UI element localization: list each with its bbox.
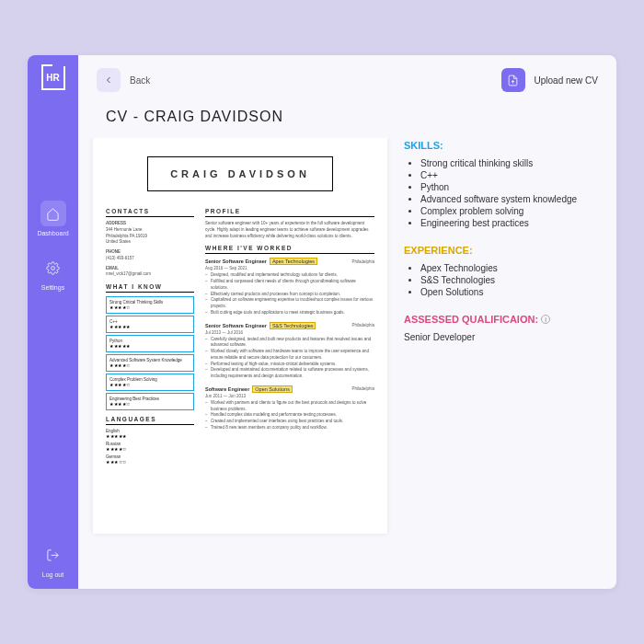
upload-label: Upload new CV: [535, 75, 598, 86]
list-item: Engineering best practices: [420, 218, 594, 228]
resume-skill-item: Strong Critical Thinking Skills★★★★☆: [106, 296, 194, 314]
list-item: Strong critical thinking skills: [420, 158, 594, 168]
parsed-panel: SKILLS: Strong critical thinking skillsC…: [404, 138, 594, 570]
panel-skills-list: Strong critical thinking skillsC++Python…: [404, 158, 594, 228]
panel-qual-value: Senior Developer: [404, 332, 594, 342]
panel-exp-heading: EXPERIENCE:: [404, 245, 594, 256]
resume-job: Software Engineer Open SolutionsPhiladel…: [205, 385, 374, 431]
logo: HR: [41, 66, 65, 90]
svg-point-0: [52, 266, 55, 270]
sidebar-item-label: Log out: [42, 571, 63, 578]
resume-lang-item: Russian★★★★☆: [106, 442, 194, 452]
panel-skills-heading: SKILLS:: [404, 140, 594, 151]
resume-skill-item: C++★★★★★: [106, 316, 194, 333]
resume-lang-item: German★★★☆☆: [106, 454, 194, 465]
list-item: Apex Technologies: [420, 263, 594, 273]
nav: Dashboard Settings: [37, 201, 68, 291]
upload-button[interactable]: [501, 68, 525, 92]
sidebar-item-dashboard[interactable]: Dashboard: [37, 201, 68, 236]
main: Back Upload new CV CV - CRAIG DAVIDSON C…: [78, 55, 616, 589]
sidebar-item-label: Dashboard: [37, 230, 68, 236]
sidebar: HR Dashboard Settings Log out: [28, 55, 78, 589]
app-window: HR Dashboard Settings Log out Back Uploa…: [28, 55, 616, 589]
resume-profile-text: Senior software engineer with 10+ years …: [205, 221, 374, 239]
back-button[interactable]: [97, 68, 121, 92]
back-label: Back: [130, 75, 150, 86]
resume-contacts-heading: CONTACTS: [106, 208, 194, 217]
document-upload-icon: [507, 75, 519, 86]
resume-lang-item: English★★★★★: [106, 429, 194, 439]
panel-exp-list: Apex TechnologiesS&S TechnologiesOpen So…: [404, 263, 594, 297]
gear-icon: [40, 255, 66, 281]
home-icon: [40, 201, 66, 226]
resume-skills-heading: WHAT I KNOW: [106, 283, 194, 293]
logout-icon: [40, 542, 66, 568]
sidebar-item-label: Settings: [41, 284, 64, 291]
resume-skill-item: Advanced Software System Knowledge★★★★☆: [106, 354, 194, 372]
company-highlight: Apex Technologies: [270, 258, 317, 265]
topbar: Back Upload new CV: [78, 55, 616, 105]
list-item: Complex problem solving: [420, 206, 594, 216]
resume-preview[interactable]: CRAIG DAVIDSON CONTACTS ADDRESS344 Hermo…: [93, 138, 387, 534]
resume-profile-heading: PROFILE: [205, 208, 374, 217]
resume-skill-item: Complex Problem Solving★★★★☆: [106, 374, 194, 391]
list-item: C++: [420, 170, 594, 180]
resume-job: Senior Software Engineer S&S Technologie…: [205, 322, 374, 380]
resume-work-heading: WHERE I'VE WORKED: [205, 245, 374, 254]
resume-skill-item: Engineering Best Practices★★★★☆: [106, 393, 194, 410]
chevron-left-icon: [103, 75, 114, 86]
sidebar-item-settings[interactable]: Settings: [40, 255, 66, 291]
company-highlight: Open Solutions: [252, 385, 293, 393]
resume-lang-heading: LANGUAGES: [106, 416, 194, 425]
resume-name: CRAIG DAVIDSON: [147, 156, 333, 191]
resume-skill-item: Python★★★★★: [106, 335, 194, 352]
resume-job: Senior Software Engineer Apex Technologi…: [205, 258, 374, 316]
info-icon[interactable]: i: [541, 315, 550, 324]
page-title: CV - CRAIG DAVIDSON: [78, 105, 616, 138]
panel-qual-heading: ASSESSED QUALIFICAION:i: [404, 314, 594, 325]
sidebar-item-logout[interactable]: Log out: [40, 542, 66, 578]
list-item: Advanced software system knowledge: [420, 194, 594, 204]
list-item: S&S Technologies: [420, 275, 594, 285]
list-item: Open Solutions: [420, 287, 594, 297]
company-highlight: S&S Technologies: [270, 322, 316, 329]
content: CRAIG DAVIDSON CONTACTS ADDRESS344 Hermo…: [78, 138, 616, 589]
list-item: Python: [420, 182, 594, 192]
